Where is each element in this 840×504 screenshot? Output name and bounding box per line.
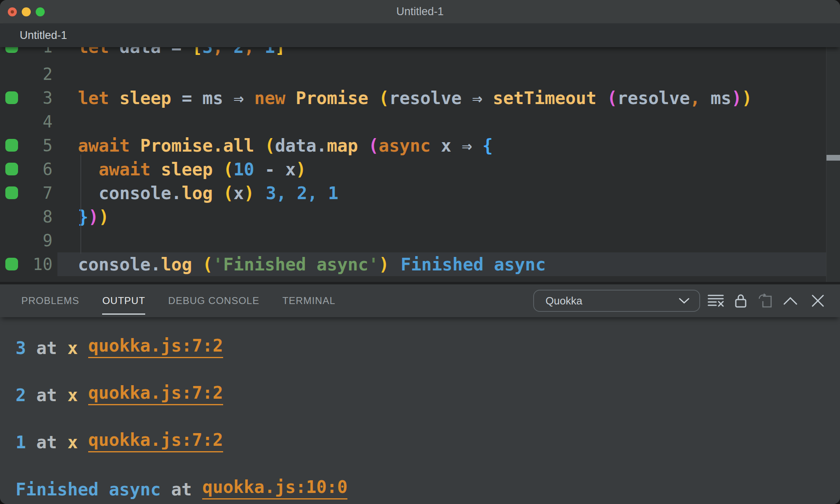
line-number: 5 [0,134,52,157]
output-line: Finished async at quokka.js:10:0 [16,478,840,499]
output-link[interactable]: quokka.js:7:2 [88,383,223,405]
output-line: 2 at x quokka.js:7:2 [16,384,840,405]
window-title: Untitled-1 [396,5,444,18]
code-text[interactable]: console.log ('Finished async')Finished a… [78,252,546,276]
code-line: 1let data = [3, 2, 1] [0,47,826,59]
code-text[interactable]: })) [78,205,109,229]
code-text[interactable]: let sleep = ms ⇒ new Promise (resolve ⇒ … [78,86,752,110]
code-text[interactable]: await sleep (10 - x) [78,157,306,181]
code-line: 7 console.log (x)3, 2, 1 [0,181,826,205]
code-line: 4 [0,110,826,134]
code-line: 9 [0,229,826,252]
output-line: 1 at x quokka.js:7:2 [16,431,840,452]
panel-tab-output[interactable]: OUTPUT [102,284,145,317]
code-editor[interactable]: 1let data = [3, 2, 1]23let sleep = ms ⇒ … [0,47,840,282]
titlebar: Untitled-1 [0,0,840,23]
overview-ruler[interactable] [826,47,840,282]
editor-tab-bar: Untitled-1 [0,23,840,47]
code-text[interactable]: let data = [3, 2, 1] [78,47,285,59]
output-content[interactable]: 3 at x quokka.js:7:22 at x quokka.js:7:2… [0,317,840,504]
quokka-inline-value: 3, 2, 1 [266,183,338,203]
output-link[interactable]: quokka.js:10:0 [202,477,347,499]
line-number: 9 [0,229,52,252]
overview-ruler-marker [826,155,840,161]
output-link[interactable]: quokka.js:7:2 [88,336,223,358]
traffic-lights [8,0,45,23]
vscode-window: Untitled-1 Untitled-1 1let data = [3, 2,… [0,0,840,504]
panel-tab-terminal[interactable]: TERMINAL [282,284,335,317]
panel-tab-debug-console[interactable]: DEBUG CONSOLE [168,284,259,317]
quokka-inline-value: Finished async [401,254,546,275]
bottom-panel: PROBLEMSOUTPUTDEBUG CONSOLETERMINAL Quok… [0,284,840,504]
panel-header: PROBLEMSOUTPUTDEBUG CONSOLETERMINAL [0,284,840,317]
line-number: 4 [0,110,52,134]
code-line: 6 await sleep (10 - x) [0,157,826,181]
indent-guide [80,154,81,254]
code-line: 2 [0,62,826,86]
output-line: 3 at x quokka.js:7:2 [16,337,840,358]
line-number: 8 [0,205,52,229]
code-line: 3let sleep = ms ⇒ new Promise (resolve ⇒… [0,86,826,110]
code-line: 10console.log ('Finished async')Finished… [0,252,826,276]
output-link[interactable]: quokka.js:7:2 [88,430,223,452]
line-number: 1 [0,47,52,59]
code-line: 8})) [0,205,826,229]
code-text[interactable]: console.log (x)3, 2, 1 [78,181,338,205]
line-number: 7 [0,181,52,205]
minimize-window-button[interactable] [22,7,31,16]
line-number: 10 [0,252,52,276]
code-text[interactable]: await Promise.all (data.map (async x ⇒ { [78,134,493,157]
panel-tab-problems[interactable]: PROBLEMS [21,284,79,317]
zoom-window-button[interactable] [36,7,45,16]
tab-untitled-1[interactable]: Untitled-1 [20,23,67,47]
line-number: 3 [0,86,52,110]
line-number: 2 [0,62,52,86]
code-line: 5await Promise.all (data.map (async x ⇒ … [0,134,826,157]
close-window-button[interactable] [8,7,17,16]
line-number: 6 [0,157,52,181]
